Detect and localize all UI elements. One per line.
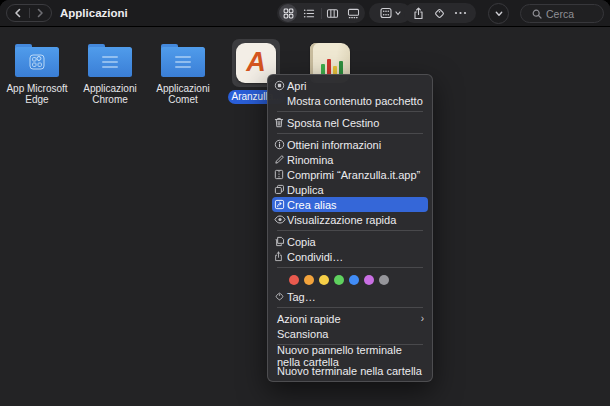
actions-group: [404, 3, 476, 23]
file-browser-area[interactable]: App Microsoft Edge Applicazioni Chrome A…: [0, 28, 610, 406]
column-view-icon: [326, 8, 339, 19]
trash-icon: [274, 117, 287, 128]
tags-button[interactable]: [433, 3, 446, 23]
menu-item-duplica[interactable]: Duplica: [268, 182, 432, 197]
back-button[interactable]: [7, 5, 29, 21]
menu-item-condividi[interactable]: Condividi…: [268, 249, 432, 264]
nav-buttons: [6, 4, 52, 22]
file-item-applicazioni-comet[interactable]: Applicazioni Comet: [146, 44, 220, 105]
tag-purple[interactable]: [364, 275, 374, 285]
view-segmented-control: [277, 3, 365, 23]
menu-item-crea-alias[interactable]: Crea alias: [272, 197, 428, 212]
menu-separator: [277, 307, 423, 308]
context-menu: Apri Mostra contenuto pacchetto Sposta n…: [267, 74, 433, 382]
folder-list-icon: [161, 44, 205, 77]
menu-item-mostra-contenuto-pacchetto[interactable]: Mostra contenuto pacchetto: [268, 93, 432, 108]
search-placeholder: Cerca: [546, 8, 574, 20]
file-item-applicazioni-chrome[interactable]: Applicazioni Chrome: [73, 44, 147, 105]
tag-red[interactable]: [289, 275, 299, 285]
menu-item-nuovo-pannello-terminale[interactable]: Nuovo pannello terminale nella cartella: [268, 348, 432, 363]
file-item-app-microsoft-edge[interactable]: App Microsoft Edge: [0, 44, 74, 105]
eye-icon: [274, 215, 287, 224]
list-view-icon: [303, 8, 315, 19]
alias-icon: [274, 199, 287, 210]
ellipsis-icon: [454, 11, 467, 15]
window-title: Applicazioni: [60, 0, 128, 27]
search-icon: [532, 9, 542, 19]
menu-item-scansiona[interactable]: Scansiona: [268, 326, 432, 341]
tag-color-row: [268, 271, 432, 289]
list-view-button[interactable]: [299, 3, 320, 23]
gallery-view-button[interactable]: [343, 3, 364, 23]
menu-separator: [277, 133, 423, 134]
file-label: Applicazioni Chrome: [73, 83, 147, 105]
toolbar: Applicazioni: [0, 0, 610, 27]
menu-separator: [277, 230, 423, 231]
menu-item-tag[interactable]: Tag…: [268, 289, 432, 304]
menu-item-copia[interactable]: Copia: [268, 234, 432, 249]
menu-item-nuovo-terminale[interactable]: Nuovo terminale nella cartella: [268, 363, 432, 378]
tag-orange[interactable]: [304, 275, 314, 285]
copy-icon: [274, 236, 287, 247]
gallery-view-icon: [347, 8, 360, 19]
forward-button[interactable]: [30, 5, 52, 21]
tag-icon: [433, 7, 446, 20]
menu-separator: [277, 267, 423, 268]
folder-apps-icon: [15, 44, 59, 77]
tag-icon: [274, 291, 287, 302]
share-icon: [413, 7, 424, 20]
menu-item-azioni-rapide[interactable]: Azioni rapide ›: [268, 311, 432, 326]
file-label: Applicazioni Comet: [146, 83, 220, 105]
menu-item-ottieni-informazioni[interactable]: Ottieni informazioni: [268, 137, 432, 152]
icon-view-button[interactable]: [278, 3, 299, 23]
tag-green[interactable]: [334, 275, 344, 285]
file-label: App Microsoft Edge: [0, 83, 74, 105]
tag-blue[interactable]: [349, 275, 359, 285]
chevron-down-small-icon: [395, 11, 401, 16]
pencil-icon: [274, 154, 287, 165]
menu-item-rinomina[interactable]: Rinomina: [268, 152, 432, 167]
menu-item-comprimi[interactable]: Comprimi “Aranzulla.it.app”: [268, 167, 432, 182]
toolbar-overflow-button[interactable]: [488, 3, 509, 24]
finder-window: Applicazioni: [0, 0, 610, 406]
menu-separator: [277, 111, 423, 112]
info-icon: [274, 139, 287, 150]
share-button[interactable]: [413, 3, 424, 23]
search-field[interactable]: Cerca: [520, 4, 604, 23]
share-icon: [274, 251, 287, 262]
tag-gray[interactable]: [379, 275, 389, 285]
folder-list-icon: [88, 44, 132, 77]
tag-yellow[interactable]: [319, 275, 329, 285]
chevron-down-icon: [495, 11, 503, 17]
compress-icon: [274, 169, 287, 180]
chevron-left-icon: [14, 8, 22, 18]
menu-item-visualizzazione-rapida[interactable]: Visualizzazione rapida: [268, 212, 432, 227]
submenu-chevron-icon: ›: [421, 313, 424, 324]
menu-item-apri[interactable]: Apri: [268, 78, 432, 93]
group-by-icon: [380, 7, 392, 19]
aranzulla-logo: A: [246, 47, 266, 78]
segment-divider: [321, 8, 322, 19]
open-icon: [274, 80, 287, 91]
chevron-right-icon: [36, 8, 44, 18]
grid-view-icon: [283, 8, 294, 19]
column-view-button[interactable]: [322, 3, 343, 23]
more-actions-button[interactable]: [454, 3, 467, 23]
duplicate-icon: [274, 184, 287, 195]
menu-item-sposta-nel-cestino[interactable]: Sposta nel Cestino: [268, 115, 432, 130]
